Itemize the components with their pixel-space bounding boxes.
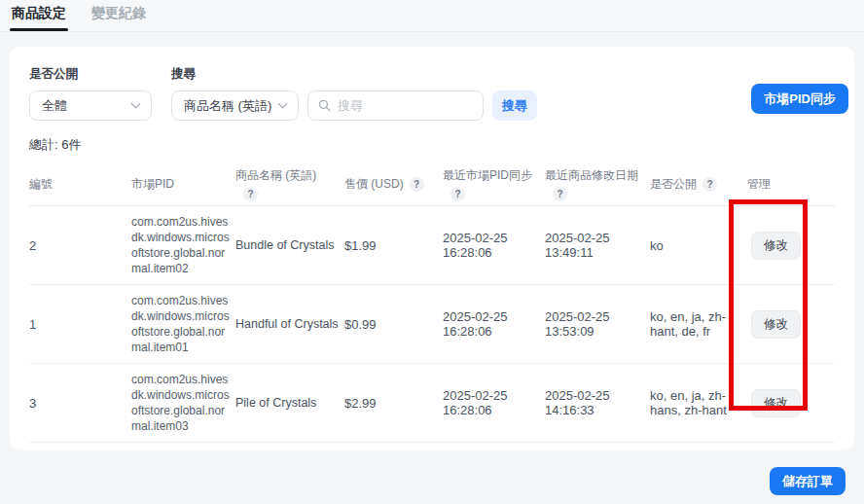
header-last-market-pid-sync: 最近市場PID同步 ? xyxy=(443,163,545,205)
cell-product-name: Pile of Crystals xyxy=(235,388,344,417)
filter-bar: 是否公開 全體 搜尋 商品名稱 (英語) xyxy=(29,66,835,121)
search-filter-label: 搜尋 xyxy=(171,66,537,83)
cell-visibility: ko xyxy=(650,231,747,261)
header-price-label: 售價 (USD) xyxy=(344,176,404,193)
search-box xyxy=(307,90,484,121)
help-icon[interactable]: ? xyxy=(553,187,567,201)
table-header-row: 編號 市場PID 商品名稱 (英語) ? 售價 (USD) ? 最近市場PID同… xyxy=(29,163,835,206)
help-icon[interactable]: ? xyxy=(702,177,717,192)
tab-change-log[interactable]: 變更紀錄 xyxy=(91,0,146,31)
edit-button[interactable]: 修改 xyxy=(751,310,801,339)
cell-last-modified: 2025-02-25 13:53:09 xyxy=(545,302,650,346)
table-row: 2 com.com2us.hivesdk.windows.microsoftst… xyxy=(29,206,835,285)
cell-no: 1 xyxy=(29,309,131,340)
help-icon[interactable]: ? xyxy=(243,187,258,201)
header-last-modified: 最近商品修改日期 ? xyxy=(545,163,650,205)
header-last-modified-label: 最近商品修改日期 xyxy=(545,167,638,184)
cell-price: $1.99 xyxy=(344,231,443,261)
total-count: 總計: 6件 xyxy=(29,136,835,154)
cell-last-sync: 2025-02-25 16:28:06 xyxy=(443,223,545,268)
tab-product-settings[interactable]: 商品設定 xyxy=(12,0,66,31)
cell-visibility: ko, en, ja, zh-hans, zh-hant xyxy=(650,380,747,425)
cell-market-pid: com.com2us.hivesdk.windows.microsoftstor… xyxy=(131,364,235,442)
header-no: 編號 xyxy=(29,172,131,197)
edit-button[interactable]: 修改 xyxy=(751,232,801,260)
header-price: 售價 (USD) ? xyxy=(344,172,443,197)
chevron-down-icon xyxy=(278,99,288,109)
cell-price: $2.99 xyxy=(344,388,443,418)
cell-product-name: Bundle of Crystals xyxy=(235,231,344,260)
search-type-select[interactable]: 商品名稱 (英語) xyxy=(171,90,299,121)
cell-no: 3 xyxy=(29,388,131,418)
help-icon[interactable]: ? xyxy=(450,187,465,201)
table-row: 1 com.com2us.hivesdk.windows.microsoftst… xyxy=(29,285,835,364)
chevron-down-icon xyxy=(131,99,141,109)
cell-last-modified: 2025-02-25 13:49:11 xyxy=(545,223,650,268)
visibility-filter: 是否公開 全體 xyxy=(29,66,152,121)
save-order-button[interactable]: 儲存訂單 xyxy=(770,467,846,495)
visibility-filter-label: 是否公開 xyxy=(29,66,152,83)
header-market-pid: 市場PID xyxy=(131,172,235,197)
table-row: 3 com.com2us.hivesdk.windows.microsoftst… xyxy=(29,364,835,443)
header-manage: 管理 xyxy=(747,172,835,197)
visibility-select[interactable]: 全體 xyxy=(29,90,152,121)
search-filter: 搜尋 商品名稱 (英語) 搜尋 xyxy=(171,66,537,121)
tab-bar: 商品設定 變更紀錄 xyxy=(0,0,864,32)
header-last-sync-label: 最近市場PID同步 xyxy=(443,167,532,184)
cell-visibility: ko, en, ja, zh-hant, de, fr xyxy=(650,302,747,346)
visibility-select-value: 全體 xyxy=(42,97,67,115)
cell-market-pid: com.com2us.hivesdk.windows.microsoftstor… xyxy=(131,285,235,363)
product-settings-panel: 是否公開 全體 搜尋 商品名稱 (英語) xyxy=(10,47,854,450)
product-table: 編號 市場PID 商品名稱 (英語) ? 售價 (USD) ? 最近市場PID同… xyxy=(29,163,835,450)
header-product-name: 商品名稱 (英語) ? xyxy=(235,163,344,205)
search-input[interactable] xyxy=(338,98,473,113)
cell-market-pid: com.com2us.hivesdk.windows.microsoftstor… xyxy=(131,206,235,284)
cell-product-name: Handful of Crystals xyxy=(235,309,344,339)
help-icon[interactable]: ? xyxy=(410,177,424,192)
cell-last-modified: 2025-02-25 14:16:33 xyxy=(545,380,650,425)
header-visibility-label: 是否公開 xyxy=(650,176,697,193)
market-pid-sync-button[interactable]: 市場PID同步 xyxy=(751,84,848,114)
header-visibility: 是否公開 ? xyxy=(650,172,747,197)
search-type-select-value: 商品名稱 (英語) xyxy=(184,97,271,115)
cell-last-sync: 2025-02-25 16:28:06 xyxy=(443,380,545,425)
cell-price: $0.99 xyxy=(344,309,443,340)
table-row: com.com2us.hives xyxy=(29,443,835,450)
search-icon xyxy=(318,98,331,113)
cell-last-sync: 2025-02-25 16:28:06 xyxy=(443,302,545,346)
header-product-name-label: 商品名稱 (英語) xyxy=(235,167,316,184)
cell-no: 2 xyxy=(29,231,131,261)
search-button[interactable]: 搜尋 xyxy=(492,90,537,121)
edit-button[interactable]: 修改 xyxy=(751,389,801,417)
